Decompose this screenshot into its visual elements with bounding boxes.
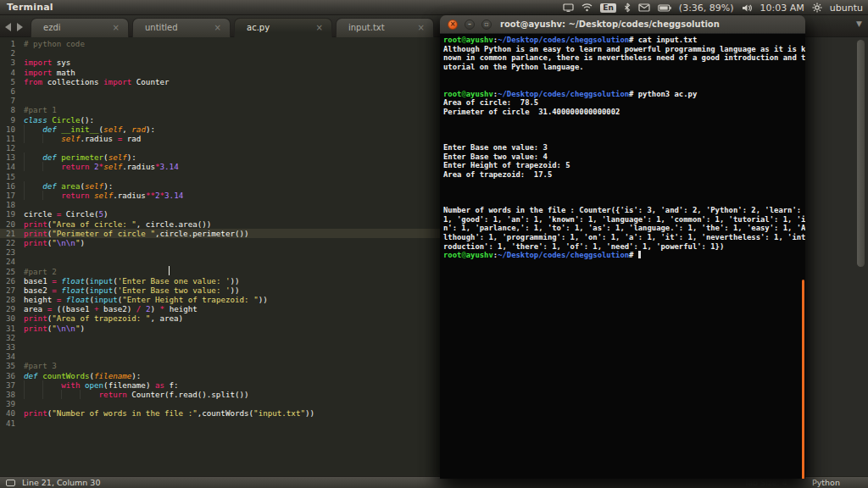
session-gear-icon[interactable] (812, 3, 822, 13)
terminal-line: Although Python is an easy to learn and … (443, 45, 805, 54)
wifi-icon[interactable] (581, 3, 593, 12)
cursor-position: Line 21, Column 30 (22, 478, 100, 487)
active-app-title: Terminal (7, 2, 53, 13)
terminal-line: Area of trapezoid: 17.5 (443, 170, 805, 180)
maximize-icon[interactable]: ▫ (481, 19, 492, 30)
terminal-overlay-scrollbar[interactable] (802, 280, 804, 479)
top-panel: Terminal En (3:36, 89%) 10:03 AM (0, 0, 868, 15)
tab-close-icon[interactable]: × (113, 19, 120, 37)
tab-nav-arrows (5, 23, 23, 31)
terminal-line (443, 197, 805, 207)
terminal-title: root@ayushv: ~/Desktop/codes/cheggsoluti… (500, 19, 720, 29)
session-menu[interactable]: ubuntu (830, 3, 863, 14)
terminal-titlebar[interactable]: × – ▫ root@ayushv: ~/Desktop/codes/chegg… (440, 15, 805, 34)
terminal-line: utorial on the Python language. (443, 63, 805, 72)
volume-icon[interactable] (742, 3, 753, 13)
terminal-line: Enter Base two value: 4 (443, 152, 805, 162)
desktop: Terminal En (3:36, 89%) 10:03 AM (0, 0, 868, 488)
tab-close-icon[interactable]: × (418, 19, 425, 37)
terminal-line: roduction': 1, 'there': 1, 'of': 1, 'nee… (443, 242, 805, 252)
tab-close-icon[interactable]: × (316, 19, 323, 37)
mail-icon[interactable] (638, 3, 650, 12)
battery-icon[interactable] (658, 4, 671, 12)
terminal-line (443, 135, 805, 144)
editor-scrollbar[interactable] (857, 40, 865, 267)
tab-size-indicator[interactable]: Tab Size: 4 (744, 478, 787, 487)
display-icon[interactable] (563, 3, 574, 13)
terminal-line: Number of words in the file : Counter({'… (443, 206, 805, 215)
bluetooth-icon[interactable] (624, 3, 631, 13)
close-icon[interactable]: × (448, 19, 458, 30)
terminal-lines: root@ayushv:~/Desktop/codes/cheggsolutio… (443, 36, 805, 260)
tab-scroll-right-icon[interactable] (17, 23, 23, 31)
status-doc-icon (6, 480, 15, 486)
tab-inputtxt[interactable]: input.txt × (336, 18, 434, 37)
terminal-line (443, 180, 805, 189)
terminal-line (443, 125, 805, 135)
tab-ezdi[interactable]: ezdi × (31, 18, 129, 37)
tab-scroll-left-icon[interactable] (5, 23, 11, 31)
terminal-line: root@ayushv:~/Desktop/codes/cheggsolutio… (443, 251, 805, 260)
minimize-icon[interactable]: – (465, 19, 475, 30)
battery-status-text: (3:36, 89%) (679, 3, 734, 14)
system-tray: En (3:36, 89%) 10:03 AM ubuntu (563, 0, 866, 15)
dropdown-arrow-icon[interactable]: ▼ (856, 19, 862, 28)
terminal-line: nown in common parlance, there is nevert… (443, 53, 805, 63)
terminal-line: root@ayushv:~/Desktop/codes/cheggsolutio… (443, 90, 805, 99)
keyboard-layout-indicator[interactable]: En (600, 3, 616, 13)
tab-untitled[interactable]: untitled × (132, 18, 231, 37)
terminal-line (443, 116, 805, 125)
terminal-window: × – ▫ root@ayushv: ~/Desktop/codes/chegg… (440, 15, 805, 479)
terminal-line: n': 1, 'parlance,': 1, 'to': 1, 'as': 1,… (443, 224, 805, 233)
tab-acpy[interactable]: ac.py × (234, 18, 332, 38)
tab-close-icon[interactable]: × (214, 19, 221, 37)
terminal-line: Perimeter of circle 31.400000000000002 (443, 108, 805, 117)
terminal-line (443, 188, 805, 197)
text-caret (169, 266, 170, 275)
terminal-line: 1, 'good': 1, 'an': 1, 'known': 1, 'lang… (443, 215, 805, 225)
clock[interactable]: 10:03 AM (760, 3, 804, 14)
terminal-line: Enter Height of trapezoid: 5 (443, 161, 805, 170)
terminal-line: Enter Base one value: 3 (443, 143, 805, 152)
terminal-line: lthough': 1, 'programming': 1, 'on': 1, … (443, 233, 805, 242)
terminal-line (443, 71, 805, 80)
terminal-output[interactable]: root@ayushv:~/Desktop/codes/cheggsolutio… (440, 34, 805, 479)
terminal-line (443, 80, 805, 90)
syntax-indicator[interactable]: Python (812, 478, 840, 487)
terminal-line: Area of circle: 78.5 (443, 98, 805, 108)
terminal-line: root@ayushv:~/Desktop/codes/cheggsolutio… (443, 36, 805, 45)
